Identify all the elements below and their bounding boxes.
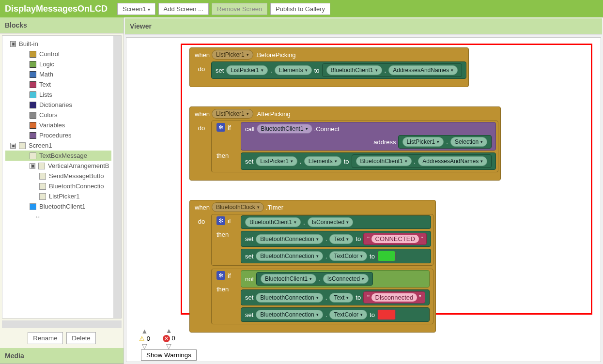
nav-up-icon[interactable]	[166, 327, 172, 334]
tree-control[interactable]: Control	[5, 49, 111, 59]
comp-dd[interactable]: BluetoothClient1	[356, 156, 412, 166]
tree-builtin[interactable]: ▣Built-in	[5, 39, 111, 49]
tree-procedures[interactable]: Procedures	[5, 130, 111, 140]
error-icon: ✕	[163, 335, 170, 342]
tree-textbox[interactable]: TextBoxMessage	[5, 151, 111, 161]
prop-dd[interactable]: TextColor	[329, 310, 367, 319]
layout-icon	[38, 163, 45, 169]
comp-dd[interactable]: BluetoothClient1	[257, 124, 312, 134]
set-text-connected-block[interactable]: set BluetoothConnection. Text to " CONNE…	[241, 231, 431, 247]
nav-up-icon[interactable]	[141, 327, 148, 335]
event-block-afterpicking[interactable]: when ListPicker1 .AfterPicking do if the…	[189, 106, 501, 181]
tree-vertarrange[interactable]: ▣VerticalArrangementB	[5, 161, 111, 171]
set-textcolor-green-block[interactable]: set BluetoothConnection. TextColor to	[241, 249, 431, 263]
collapse-icon[interactable]: ▣	[10, 41, 16, 47]
set-elements-block[interactable]: set ListPicker1. Elements to BluetoothCl…	[211, 61, 466, 79]
tree-btclient[interactable]: BluetoothClient1	[5, 201, 111, 212]
add-screen-button[interactable]: Add Screen ...	[158, 3, 209, 15]
text-string-block[interactable]: " CONNECTED "	[363, 233, 427, 245]
text-icon	[30, 81, 36, 88]
get-addresses-block[interactable]: BluetoothClient1. AddressesAndNames	[352, 154, 492, 168]
prop-dd[interactable]: Text	[329, 234, 353, 244]
get-isconnected-block[interactable]: BluetoothClient1. IsConnected	[256, 272, 373, 286]
warnings-counter: 0 ✕ 0	[139, 327, 175, 350]
listpicker-icon	[39, 193, 46, 200]
get-selection-block[interactable]: ListPicker1. Selection	[398, 135, 492, 149]
tree-variables[interactable]: Variables	[5, 120, 111, 130]
collapse-icon[interactable]: ▣	[30, 163, 35, 169]
prop-dd[interactable]: IsConnected	[308, 217, 353, 227]
prop-dd[interactable]: AddressesAndNames	[418, 156, 487, 166]
prop-dd[interactable]: Elements	[275, 65, 312, 75]
gear-icon[interactable]	[216, 123, 225, 132]
comp-dd[interactable]: BluetoothConnection	[256, 310, 323, 319]
comp-dd[interactable]: ListPicker1	[256, 156, 297, 166]
tree-hscrollbar[interactable]	[2, 320, 122, 328]
event-block-beforepicking[interactable]: when ListPicker1 .BeforePicking do set L…	[189, 47, 469, 87]
blocks-canvas[interactable]: when ListPicker1 .BeforePicking do set L…	[126, 37, 601, 362]
set-elements-block[interactable]: set ListPicker1. Elements to BluetoothCl…	[241, 152, 496, 170]
color-green-block[interactable]	[377, 251, 396, 261]
comp-dd[interactable]: BluetoothClient1	[245, 217, 301, 227]
prop-dd[interactable]: Text	[329, 293, 353, 303]
app-title: DisplayMessagesOnLCD	[5, 4, 108, 14]
colors-icon	[30, 112, 36, 119]
if-not-connected-block[interactable]: if then not BluetoothClient1. IsConnecte…	[211, 269, 433, 324]
text-string-block[interactable]: " Disconnected "	[363, 291, 425, 303]
nav-down-icon[interactable]	[142, 342, 147, 350]
comp-dd[interactable]: BluetoothClient1	[261, 274, 316, 284]
tree-listpicker[interactable]: ListPicker1	[5, 191, 111, 201]
tree-sendbutton[interactable]: SendMessageButto	[5, 171, 111, 181]
if-block[interactable]: if then call BluetoothClient1 .Connect	[211, 121, 498, 172]
proc-icon	[30, 132, 36, 139]
textbox-icon	[30, 152, 36, 159]
comp-dd[interactable]: BluetoothConnection	[256, 293, 323, 303]
tree-colors[interactable]: Colors	[5, 110, 111, 120]
rename-button[interactable]: Rename	[28, 332, 62, 344]
prop-dd[interactable]: TextColor	[329, 251, 367, 261]
media-panel-title: Media	[0, 348, 124, 364]
not-block[interactable]: not BluetoothClient1. IsConnected	[241, 270, 430, 288]
comp-dd[interactable]: BluetoothConnection	[256, 251, 323, 261]
comp-dd[interactable]: BluetoothConnection	[256, 234, 323, 244]
comp-dd[interactable]: ListPicker1	[402, 137, 444, 147]
set-text-disconnected-block[interactable]: set BluetoothConnection. Text to " Disco…	[241, 289, 430, 305]
tree-lists[interactable]: Lists	[5, 90, 111, 100]
tree-btconn[interactable]: BluetoothConnectio	[5, 181, 111, 191]
screen-select-dropdown[interactable]: Screen1▾	[117, 3, 155, 15]
color-red-block[interactable]	[377, 309, 396, 320]
tree-dictionaries[interactable]: Dictionaries	[5, 100, 111, 110]
prop-dd[interactable]: Elements	[304, 156, 341, 166]
prop-dd[interactable]: IsConnected	[323, 274, 369, 284]
gear-icon[interactable]	[216, 216, 225, 225]
lists-icon	[30, 91, 36, 98]
component-dropdown[interactable]: ListPicker1	[212, 50, 253, 60]
set-textcolor-red-block[interactable]: set BluetoothConnection. TextColor to	[241, 307, 430, 322]
get-addresses-block[interactable]: BluetoothClient1. AddressesAndNames	[322, 63, 463, 77]
tree-scrollbar[interactable]	[113, 36, 121, 318]
prop-dd[interactable]: Selection	[450, 137, 487, 147]
tree-screen1[interactable]: ▣Screen1	[5, 140, 111, 151]
component-dropdown[interactable]: ListPicker1	[212, 109, 253, 119]
component-dropdown[interactable]: BluetoothClock	[212, 202, 264, 212]
tree-text[interactable]: Text	[5, 79, 111, 90]
gear-icon[interactable]	[216, 271, 225, 280]
if-connected-block[interactable]: if then BluetoothClient1. IsConnected	[211, 214, 433, 266]
collapse-icon[interactable]: ▣	[10, 143, 16, 149]
blocks-tree: ▣Built-in Control Logic Math Text Lists …	[2, 35, 122, 318]
warning-icon	[139, 335, 145, 342]
tree-math[interactable]: Math	[5, 69, 111, 79]
event-block-timer[interactable]: when BluetoothClock .Timer do if then	[189, 200, 436, 333]
delete-button[interactable]: Delete	[66, 332, 96, 344]
get-isconnected-block[interactable]: BluetoothClient1. IsConnected	[241, 215, 431, 229]
comp-dd[interactable]: ListPicker1	[226, 65, 268, 75]
comp-dd[interactable]: BluetoothClient1	[326, 65, 382, 75]
top-toolbar: DisplayMessagesOnLCD Screen1▾ Add Screen…	[0, 0, 603, 17]
nav-down-icon[interactable]	[166, 342, 171, 350]
vars-icon	[30, 122, 36, 129]
prop-dd[interactable]: AddressesAndNames	[388, 65, 458, 75]
tree-logic[interactable]: Logic	[5, 59, 111, 69]
publish-button[interactable]: Publish to Gallery	[270, 3, 330, 15]
show-warnings-button[interactable]: Show Warnings	[141, 349, 197, 361]
call-connect-block[interactable]: call BluetoothClient1 .Connect address L…	[241, 122, 496, 151]
